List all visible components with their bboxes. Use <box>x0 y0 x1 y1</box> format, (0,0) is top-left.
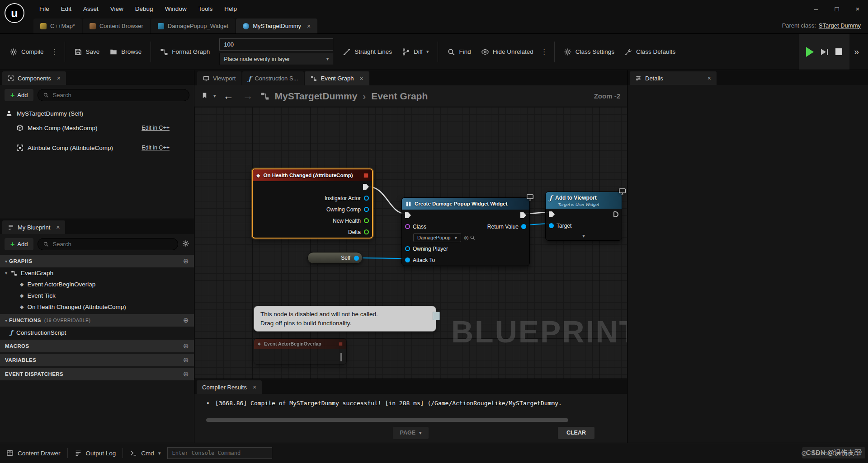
class-settings-button[interactable]: Class Settings <box>559 44 619 60</box>
object-pin-connected[interactable] <box>549 223 554 228</box>
edit-in-cpp-link[interactable]: Edit in C++ <box>142 125 170 131</box>
hide-unrelated-kebab-icon[interactable]: ⋮ <box>538 47 550 56</box>
float-pin[interactable] <box>364 229 369 234</box>
exec-in-pin[interactable] <box>549 211 555 217</box>
use-selected-asset-icon[interactable]: ◎ <box>464 234 468 241</box>
close-panel-icon[interactable]: × <box>56 224 60 231</box>
node-self[interactable]: Self <box>307 252 363 264</box>
breadcrumb-root[interactable]: MySTargetDummy <box>275 91 358 102</box>
float-pin[interactable] <box>364 218 369 223</box>
object-pin[interactable] <box>364 207 369 212</box>
content-drawer-button[interactable]: Content Drawer <box>6 449 61 457</box>
minimize-button[interactable]: – <box>806 0 826 17</box>
breadcrumb-current[interactable]: Event Graph <box>371 91 428 102</box>
node-create-damage-popup-widget[interactable]: Create Damage Popup Widget Widget Class … <box>401 197 530 266</box>
stop-button[interactable] <box>835 48 842 55</box>
menu-asset[interactable]: Asset <box>77 5 104 12</box>
tree-item-eventgraph[interactable]: ▾ EventGraph <box>0 267 194 279</box>
tab-my-blueprint[interactable]: My Blueprint × <box>2 220 65 234</box>
menu-tools[interactable]: Tools <box>193 5 219 12</box>
exec-in-pin[interactable] <box>405 212 411 218</box>
hide-unrelated-button[interactable]: Hide Unrelated <box>476 44 538 60</box>
class-pin[interactable] <box>405 224 410 229</box>
frame-skip-button[interactable] <box>821 49 828 55</box>
component-row-mesh[interactable]: Mesh Comp (MeshComp) Edit in C++ <box>0 122 194 134</box>
components-search-input[interactable] <box>52 92 184 98</box>
menu-help[interactable]: Help <box>218 5 243 12</box>
section-variables[interactable]: VARIABLES ⊕ <box>0 354 194 366</box>
back-arrow-button[interactable]: ← <box>222 90 236 102</box>
find-button[interactable]: Find <box>442 44 476 60</box>
tree-item-on-health-changed[interactable]: ◆ On Health Changed (AttributeComp) <box>0 301 194 313</box>
node-on-health-changed[interactable]: ◆ On Health Changed (AttributeComp) Inst… <box>252 168 373 239</box>
forward-arrow-button[interactable]: → <box>241 90 255 102</box>
exec-out-pin[interactable] <box>613 211 618 217</box>
my-blueprint-search-input[interactable] <box>52 241 173 248</box>
bookmark-icon[interactable] <box>201 92 208 100</box>
tab-cpp-map[interactable]: C++Map* <box>33 19 82 33</box>
twisty-icon[interactable]: ▾ <box>5 271 7 276</box>
tab-compiler-results[interactable]: Compiler Results × <box>197 380 262 394</box>
node-add-to-viewport[interactable]: ƒ Add to Viewport Target is User Widget … <box>545 192 622 241</box>
object-pin-connected[interactable] <box>354 256 359 261</box>
section-functions[interactable]: ▾ FUNCTIONS (19 OVERRIDABLE) ⊕ <box>0 314 194 327</box>
object-pin-connected[interactable] <box>521 224 526 229</box>
tab-damagepopup-widget[interactable]: DamagePopup_Widget <box>151 19 235 33</box>
exec-out-pin[interactable] <box>340 353 342 361</box>
add-variable-icon[interactable]: ⊕ <box>183 356 189 364</box>
edit-in-cpp-link[interactable]: Edit in C++ <box>142 145 170 151</box>
tab-content-browser[interactable]: Content Browser <box>83 19 150 33</box>
tab-details[interactable]: Details × <box>630 71 717 85</box>
close-panel-icon[interactable]: × <box>708 75 711 82</box>
component-row-self[interactable]: MySTargetDummy (Self) <box>0 107 194 120</box>
class-defaults-button[interactable]: Class Defaults <box>619 44 680 60</box>
add-dispatcher-icon[interactable]: ⊕ <box>183 370 189 378</box>
horizontal-scrollbar[interactable] <box>206 418 568 422</box>
tab-viewport[interactable]: Viewport <box>197 71 241 85</box>
node-event-actorbeginoverlap-disabled[interactable]: ◆ Event ActorBeginOverlap <box>254 338 347 365</box>
tab-mystargetdummy[interactable]: MySTargetDummy × <box>236 19 317 33</box>
bookmark-chevron-icon[interactable]: ▾ <box>213 93 216 99</box>
exec-out-pin[interactable] <box>363 184 369 190</box>
add-blueprint-item-button[interactable]: + Add <box>5 238 33 250</box>
add-component-button[interactable]: + Add <box>5 89 33 101</box>
class-select-dropdown[interactable]: DamagePopup ▾ <box>413 233 461 242</box>
parent-class-link[interactable]: STarget Dummy <box>819 22 861 29</box>
clear-button[interactable]: CLEAR <box>558 427 594 439</box>
component-row-attribute[interactable]: Attribute Comp (AttributeComp) Edit in C… <box>0 141 194 154</box>
maximize-button[interactable]: □ <box>826 0 847 17</box>
format-graph-button[interactable]: Format Graph <box>155 44 215 60</box>
close-panel-icon[interactable]: × <box>253 383 256 391</box>
section-event-dispatchers[interactable]: EVENT DISPATCHERS ⊕ <box>0 368 194 380</box>
compile-button[interactable]: Compile <box>5 44 49 60</box>
cmd-dropdown[interactable]: Cmd ▾ <box>130 449 160 457</box>
exec-out-pin[interactable] <box>520 212 526 218</box>
close-tab-icon[interactable]: × <box>307 23 311 30</box>
blueprint-settings-gear-icon[interactable] <box>182 240 189 248</box>
node-expand-chevron-icon[interactable]: ▾ <box>546 231 622 240</box>
menu-view[interactable]: View <box>104 5 129 12</box>
page-button[interactable]: PAGE ▾ <box>393 427 428 439</box>
console-command-input[interactable] <box>172 450 268 456</box>
add-macro-icon[interactable]: ⊕ <box>183 342 189 350</box>
compile-options-kebab-icon[interactable]: ⋮ <box>49 47 61 56</box>
menu-window[interactable]: Window <box>159 5 193 12</box>
browse-asset-icon[interactable] <box>470 235 475 240</box>
menu-file[interactable]: File <box>33 5 55 12</box>
play-button[interactable] <box>806 47 814 57</box>
output-log-button[interactable]: Output Log <box>75 449 116 457</box>
node-spacing-input[interactable] <box>219 38 333 51</box>
menu-edit[interactable]: Edit <box>55 5 77 12</box>
object-pin[interactable] <box>405 246 410 251</box>
tree-item-event-tick[interactable]: ◆ Event Tick <box>0 290 194 301</box>
unreal-logo-icon[interactable]: u <box>5 3 24 23</box>
tree-item-event-actorbeginoverlap[interactable]: ◆ Event ActorBeginOverlap <box>0 279 194 290</box>
close-button[interactable]: × <box>847 0 868 17</box>
tab-components[interactable]: Components × <box>2 71 66 85</box>
place-node-dropdown[interactable]: Place node evenly in layer ▾ <box>219 53 333 65</box>
tab-construction-script[interactable]: ƒ Construction S... <box>242 71 304 85</box>
save-button[interactable]: Save <box>69 44 105 60</box>
add-graph-icon[interactable]: ⊕ <box>183 257 189 265</box>
add-function-icon[interactable]: ⊕ <box>183 316 189 324</box>
menu-debug[interactable]: Debug <box>129 5 159 12</box>
